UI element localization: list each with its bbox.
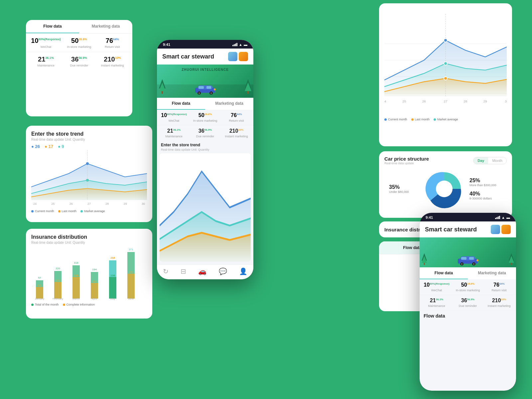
nav-refresh-icon[interactable]: ↻ <box>163 267 169 275</box>
svg-point-8 <box>214 88 216 90</box>
tr-xlabel-26: 26 <box>422 99 426 103</box>
status-bar: 9:41 ▲ ▬ <box>157 40 253 49</box>
nav-car-icon[interactable]: 🚗 <box>198 267 206 275</box>
phone-stat-wechat-lbl: WeChat <box>160 119 188 122</box>
label-jan-total: 57 <box>38 276 41 279</box>
stat-instant-sup: 10% <box>115 56 121 60</box>
legend-dot-total <box>31 304 34 306</box>
legend-complete: Complete information <box>63 303 95 306</box>
label-feb-total: 220 <box>56 267 60 270</box>
pie-label-25: 25% More than $300,000 <box>469 178 499 187</box>
svg-rect-14 <box>247 91 249 94</box>
legend-current: Current month <box>31 209 54 213</box>
stat-wechat-sup: 80%(Response) <box>39 38 61 41</box>
label-jun-complete: 198 <box>129 271 133 274</box>
phone2-stat-instore-lbl: In-store marketing <box>454 289 482 292</box>
label-may-total: 268 <box>110 256 115 259</box>
stat-due-value: 3656.9% <box>64 56 94 63</box>
nav-chat-icon[interactable]: 💬 <box>219 267 227 275</box>
phone-stat-maint-val: 2136.1% <box>160 128 188 134</box>
phone-center: 9:41 ▲ ▬ Smart car steward <box>157 40 253 279</box>
pie-hole <box>436 181 453 197</box>
phone2-stat-due-sup: 56.9% <box>467 298 475 301</box>
phone-tab-flow[interactable]: Flow data <box>157 98 205 110</box>
top-right-card: 24 25 26 27 28 29 30 Current month Last … <box>379 3 512 146</box>
label-feb-complete: 123 <box>56 279 60 282</box>
mid-left-title: Enter the store trend <box>31 131 147 137</box>
xlabel-mar: March <box>72 297 80 300</box>
pie-desc-25: More than $300,000 <box>469 184 499 187</box>
tree-left <box>158 78 166 95</box>
phone-stat-maint-lbl: Maintenance <box>160 135 188 138</box>
stat-maintenance-value: 2136.1% <box>31 56 61 63</box>
phone2-stat-wechat: 1080%(Response) WeChat <box>422 282 451 292</box>
dot-blue <box>86 162 89 165</box>
phone2-stat-wechat-lbl: WeChat <box>422 289 451 292</box>
phone-inner: 9:41 ▲ ▬ Smart car steward <box>157 40 253 279</box>
pie-chart-svg <box>424 169 464 209</box>
phone2-tab-flow[interactable]: Flow data <box>420 267 468 279</box>
toggle-month[interactable]: Month <box>488 157 506 164</box>
phone-stat-return-val: 7664% <box>222 112 251 118</box>
stat-maintenance-sup: 36.1% <box>45 56 54 60</box>
car-price-card: Car price structure Real-time data updat… <box>379 151 512 218</box>
toggle-day[interactable]: Day <box>473 157 488 164</box>
phone2-header: Smart car steward <box>420 221 516 237</box>
label-jun-total: 371 <box>129 248 133 251</box>
tab-marketing-data-topleft[interactable]: Marketing data <box>79 20 132 33</box>
tree-right <box>244 78 252 95</box>
tab-flow-data-topleft[interactable]: Flow data <box>26 20 79 33</box>
battery-icon: ▬ <box>244 43 247 47</box>
label-may-complete: 138 <box>110 274 115 277</box>
stat-grid-row2-topleft: 2136.1% Maintenance 3656.9% Due reminder… <box>26 52 132 70</box>
stat-instore-sup: 20.6% <box>78 38 87 41</box>
nav-calendar-icon[interactable]: ⊟ <box>181 267 186 275</box>
pie-label-40: 40% 8-300000 dollars <box>469 191 499 200</box>
phone2-stat-wechat-val: 1080%(Response) <box>422 282 451 288</box>
car-price-header: Car price structure Real-time data updat… <box>384 156 507 165</box>
phone-stat-due: 3656.9% Due reminder <box>191 128 219 138</box>
stat-instant-label: Instant marketing <box>97 64 128 67</box>
phone-stat-instore-lbl: In-store marketing <box>191 119 219 122</box>
chart-highlights: ● 26 ● 17 ● 9 <box>31 144 147 149</box>
bar-jan-complete <box>36 287 43 299</box>
phone2-status-icons: ▲ ▬ <box>495 215 510 219</box>
label-apr-complete: 103 <box>92 280 97 283</box>
phone2-tab-marketing[interactable]: Marketing data <box>468 267 516 279</box>
stat-grid-row1-topleft: 1080%(Response) WeChat 5020.6% In-store … <box>26 34 132 52</box>
x-axis-labels: 24 25 26 27 28 29 30 <box>31 201 147 205</box>
phone-stat-wechat: 1080%(Response) WeChat <box>160 112 188 122</box>
bar-jun-complete <box>127 274 135 299</box>
phone2-stat-maint-val: 2136.1% <box>422 298 451 304</box>
phone2-stat-maint-lbl: Maintenance <box>422 304 451 308</box>
phone2-hero-bg <box>420 237 516 267</box>
svg-point-19 <box>461 263 463 265</box>
phone-avatars <box>228 52 248 61</box>
top-right-chart-area: 24 25 26 27 28 29 30 <box>384 9 507 115</box>
chart-legend: Current month Last month Market average <box>31 209 147 213</box>
bot-left-card: Insurance distribution Real-time data up… <box>26 229 152 319</box>
bar-may-complete <box>109 277 116 299</box>
stat-wechat-value: 1080%(Response) <box>31 37 61 45</box>
phone-stat-instant-sup: 10% <box>238 128 243 131</box>
car-price-title: Car price structure <box>384 156 429 162</box>
phone-stat-instore: 5020.6% In-store marketing <box>191 112 219 122</box>
phone-stat-due-val: 3656.9% <box>191 128 219 134</box>
phone-stat-instant: 21010% Instant marketing <box>222 128 251 138</box>
phone-stat-due-sup: 56.9% <box>204 128 212 131</box>
phone-stat-return-lbl: Return visit <box>222 119 251 122</box>
pie-desc-40: 8-300000 dollars <box>469 197 499 200</box>
phone2-stat-due: 3656.9% Due reminder <box>454 298 482 308</box>
tr-xlabel-30: 30 <box>505 99 507 103</box>
stat-maintenance-label: Maintenance <box>31 64 61 67</box>
stat-return-label: Return visit <box>97 45 128 49</box>
svg-point-4 <box>199 92 200 94</box>
xlabel-may: May <box>110 297 115 300</box>
nav-user-icon[interactable]: 👤 <box>239 267 247 275</box>
phone-stat-instant-lbl: Instant marketing <box>222 135 251 138</box>
svg-rect-22 <box>469 257 474 260</box>
phone-tab-marketing[interactable]: Marketing data <box>205 98 253 110</box>
tr-xlabel-29: 29 <box>483 99 487 103</box>
tr-xlabel-27: 27 <box>444 99 448 103</box>
area-chart: 24 25 26 27 28 29 30 <box>31 150 147 207</box>
